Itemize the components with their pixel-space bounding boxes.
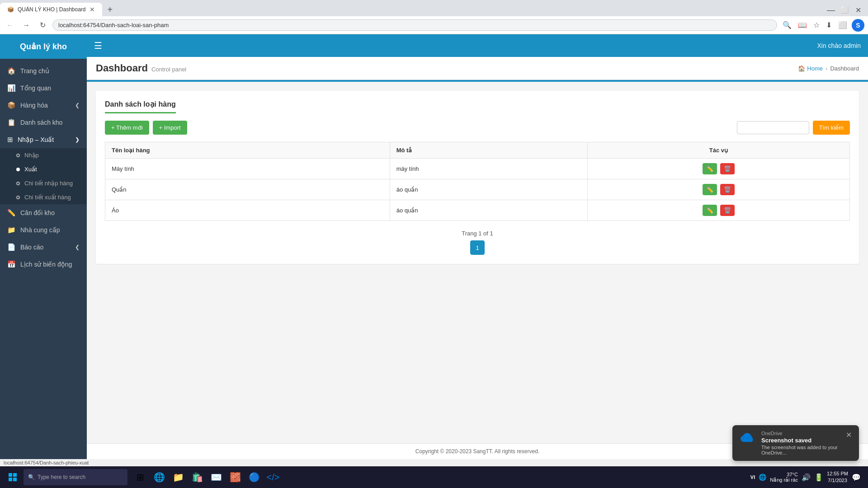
taskbar-weather: 37°C Nắng rải rác: [770, 472, 798, 483]
taskbar-app-code[interactable]: </>: [264, 468, 282, 486]
sidebar-item-can-doi-kho[interactable]: ✏️ Cân đối kho: [0, 204, 87, 221]
volume-icon[interactable]: 🔊: [802, 473, 811, 482]
taskbar-search[interactable]: 🔍 Type here to search: [24, 469, 127, 485]
search-button[interactable]: Tìm kiếm: [813, 121, 850, 135]
sidebar-subitem-nhap[interactable]: Nhập: [0, 148, 87, 162]
sidebar-subitem-chi-tiet-nhap[interactable]: Chi tiết nhập hàng: [0, 176, 87, 190]
app-icon: 🧱: [230, 472, 241, 483]
sidebar-item-label: Hàng hóa: [20, 102, 48, 109]
taskbar-app-unknown1[interactable]: 🧱: [226, 468, 244, 486]
reload-button[interactable]: ↻: [36, 19, 49, 32]
taskbar-apps: ⊞ 🌐 📁 🛍️ ✉️ 🧱 🔵 </>: [131, 468, 282, 486]
section-card: Danh sách loại hàng + Thêm mới + Import …: [96, 91, 859, 264]
address-bar[interactable]: [52, 19, 777, 31]
notification-app: OneDrive: [761, 431, 840, 436]
maximize-button[interactable]: ⬜: [838, 4, 851, 16]
back-button[interactable]: ←: [4, 19, 16, 32]
taskbar-app-file-explorer[interactable]: 📁: [169, 468, 187, 486]
sidebar-item-hang-hoa[interactable]: 📦 Hàng hóa ❮: [0, 97, 87, 114]
bookmark-button[interactable]: ☆: [811, 20, 821, 30]
sidebar-item-danh-sach-kho[interactable]: 📋 Danh sách kho: [0, 114, 87, 131]
notification-title: Screenshot saved: [761, 437, 840, 444]
pagination-info: Trang 1 of 1: [105, 230, 850, 237]
taskbar-app-edge[interactable]: 🌐: [150, 468, 168, 486]
breadcrumb-current: Dashboard: [830, 65, 859, 72]
sidebar-item-lich-su[interactable]: 📅 Lịch sử biến động: [0, 256, 87, 273]
section-title: Danh sách loại hàng: [105, 100, 176, 113]
battery-icon: 🔋: [814, 473, 823, 482]
sidebar-item-bao-cao[interactable]: 📄 Báo cáo ❮: [0, 239, 87, 256]
edit-icon: ✏️: [7, 209, 16, 217]
svg-rect-2: [9, 478, 12, 481]
breadcrumb-home-label[interactable]: Home: [807, 65, 823, 72]
task-view-icon: ⊞: [137, 472, 144, 483]
tab-close-button[interactable]: ✕: [90, 6, 95, 13]
pagination: 1: [105, 240, 850, 255]
col-mo-ta: Mô tả: [390, 142, 587, 159]
subitem-label: Chi tiết xuất hàng: [24, 194, 71, 201]
delete-button[interactable]: 🗑️: [720, 163, 735, 174]
delete-button[interactable]: 🗑️: [720, 184, 735, 195]
sidebar-item-label: Tổng quan: [20, 84, 51, 92]
sidebar-item-tong-quan[interactable]: 📊 Tổng quan: [0, 80, 87, 97]
file-explorer-icon: 📁: [173, 472, 184, 483]
sidebar-item-label: Nhập – Xuất: [18, 136, 54, 143]
search-input[interactable]: [737, 121, 809, 134]
chrome-icon: 🔵: [249, 472, 260, 483]
new-tab-button[interactable]: +: [104, 3, 117, 16]
table-header: Tên loại hàng Mô tả Tác vụ: [105, 142, 850, 159]
minimize-button[interactable]: —: [825, 4, 837, 16]
sidebar-item-trang-chu[interactable]: 🏠 Trang chủ: [0, 62, 87, 80]
windows-logo-icon: [8, 473, 17, 482]
page-1-button[interactable]: 1: [470, 240, 485, 255]
chevron-icon: ❮: [75, 102, 80, 108]
notification-close-button[interactable]: ✕: [846, 431, 852, 439]
taskbar-app-task-view[interactable]: ⊞: [131, 468, 149, 486]
edit-button[interactable]: ✏️: [703, 163, 717, 174]
notification-popup: OneDrive Screenshot saved The screenshot…: [732, 425, 859, 461]
weather-text: Nắng rải rác: [770, 477, 798, 483]
edge-icon: 🌐: [154, 472, 165, 483]
taskbar-app-mail[interactable]: ✉️: [207, 468, 225, 486]
cell-name: Máy tính: [105, 159, 390, 179]
taskbar-search-placeholder: Type here to search: [38, 474, 85, 480]
start-button[interactable]: [4, 468, 22, 486]
browser-tab-active[interactable]: 📦 QUẢN LÝ KHO | Dashboard ✕: [0, 3, 102, 16]
sidebar-item-nhap-xuat[interactable]: ⊞ Nhập – Xuất ❯: [0, 131, 87, 148]
sidebar-item-label: Danh sách kho: [20, 119, 62, 126]
close-button[interactable]: ✕: [852, 4, 864, 16]
language-indicator: VI: [750, 474, 755, 480]
reader-button[interactable]: 📖: [796, 20, 809, 30]
sidebar-item-label: Cân đối kho: [20, 209, 55, 216]
download-button[interactable]: ⬇: [824, 20, 834, 30]
cell-description: áo quần: [390, 200, 587, 221]
extensions-button[interactable]: ⬜: [836, 20, 849, 30]
taskbar-app-chrome[interactable]: 🔵: [245, 468, 263, 486]
forward-button[interactable]: →: [20, 19, 33, 32]
breadcrumb-separator: ›: [826, 65, 827, 72]
taskbar-app-store[interactable]: 🛍️: [188, 468, 206, 486]
user-avatar[interactable]: S: [852, 19, 864, 32]
edit-button[interactable]: ✏️: [703, 184, 717, 195]
delete-button[interactable]: 🗑️: [720, 205, 735, 216]
notification-center-icon[interactable]: 💬: [852, 473, 861, 482]
col-ten-loai-hang: Tên loại hàng: [105, 142, 390, 159]
sidebar-subitem-chi-tiet-xuat[interactable]: Chi tiết xuất hàng: [0, 190, 87, 204]
hamburger-menu[interactable]: ☰: [94, 40, 102, 51]
col-tac-vu: Tác vụ: [587, 142, 849, 159]
table-row: Máy tính máy tính ✏️ 🗑️: [105, 159, 850, 179]
sidebar-item-nha-cung-cap[interactable]: 📁 Nhà cung cấp: [0, 221, 87, 239]
add-new-button[interactable]: + Thêm mới: [105, 121, 149, 135]
nhap-xuat-submenu: Nhập Xuất Chi tiết nhập hàng Chi tiết xu…: [0, 148, 87, 204]
edit-button[interactable]: ✏️: [703, 205, 717, 216]
import-button[interactable]: + Import: [153, 121, 187, 135]
box-icon: 📦: [7, 101, 16, 109]
sidebar-item-label: Lịch sử biến động: [20, 261, 72, 268]
taskbar-clock: 12:55 PM 7/1/2023: [827, 470, 848, 484]
sidebar-brand: Quản lý kho: [0, 34, 87, 59]
sidebar-subitem-xuat[interactable]: Xuất: [0, 162, 87, 176]
zoom-button[interactable]: 🔍: [781, 20, 793, 30]
taskbar: 🔍 Type here to search ⊞ 🌐 📁 🛍️ ✉️ 🧱 🔵 </…: [0, 466, 868, 488]
dot-icon: [16, 196, 20, 199]
svg-rect-3: [13, 478, 17, 481]
